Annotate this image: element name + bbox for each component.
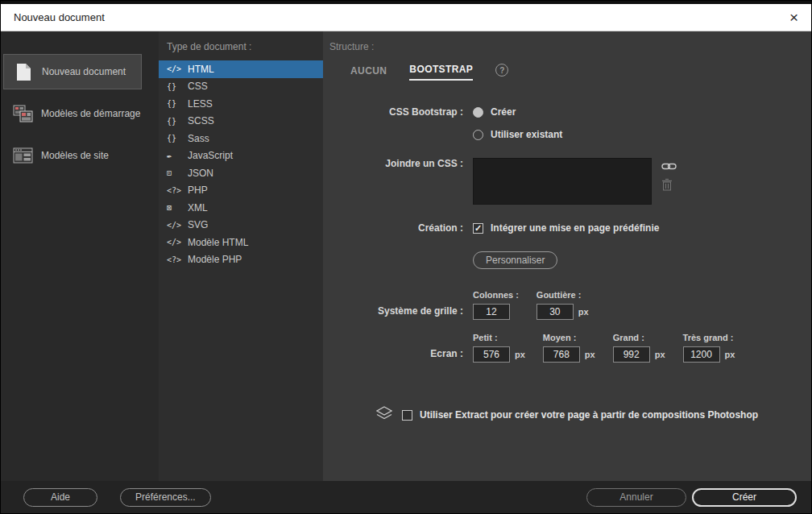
screen-xlarge-group: Très grand : px — [683, 333, 735, 363]
link-icon[interactable] — [661, 161, 677, 172]
tab-aucun[interactable]: AUCUN — [350, 65, 387, 81]
screen-small-group: Petit : px — [473, 333, 525, 363]
annuler-button[interactable]: Annuler — [586, 488, 686, 507]
tab-bootstrap[interactable]: BOOTSTRAP — [409, 64, 473, 81]
screen-label: Ecran : — [329, 333, 473, 363]
screen-large-input[interactable] — [613, 346, 650, 363]
extract-label: Utiliser Extract pour créer votre page à… — [420, 409, 758, 421]
predefined-layout-option[interactable]: ✓ Intégrer une mise en page prédéfinie — [473, 222, 659, 234]
css-bootstrap-label: CSS Bootstrap : — [329, 106, 473, 140]
new-document-icon — [13, 63, 34, 81]
screen-medium-input[interactable] — [543, 346, 580, 363]
extract-icon — [376, 406, 392, 424]
screen-large-group: Grand : px — [613, 333, 665, 363]
radio-creer[interactable]: Créer — [473, 106, 562, 118]
creation-row: Création : ✓ Intégrer une mise en page p… — [329, 222, 811, 234]
radio-utiliser-existant[interactable]: Utiliser existant — [473, 129, 562, 140]
screen-medium-group: Moyen : px — [543, 333, 595, 363]
php-template-icon: <?> — [167, 255, 188, 264]
screen-large-unit: px — [655, 350, 665, 359]
extract-checkbox[interactable] — [402, 410, 412, 421]
attach-css-input[interactable] — [473, 158, 652, 205]
doctype-item-json[interactable]: ⊡ JSON — [159, 164, 323, 182]
screen-small-input[interactable] — [473, 346, 510, 363]
columns-label: Colonnes : — [473, 290, 519, 300]
help-icon[interactable]: ? — [495, 64, 508, 77]
new-document-dialog: Nouveau document × Nouveau document — [0, 0, 812, 514]
doctype-item-modele-php[interactable]: <?> Modèle PHP — [159, 251, 323, 269]
dialog-title: Nouveau document — [14, 11, 105, 23]
doctype-item-scss[interactable]: {} SCSS — [159, 113, 323, 131]
sidebar-item-modeles-site[interactable]: Modèles de site — [3, 138, 142, 173]
customize-spacer — [329, 251, 473, 269]
doctype-item-javascript[interactable]: ✒ JavaScript — [159, 147, 323, 165]
category-sidebar: Nouveau document Modèles de démarr — [1, 31, 159, 481]
attach-css-row: Joindre un CSS : — [329, 158, 811, 205]
screen-fields: Petit : px Moyen : px — [473, 333, 752, 363]
gutter-field-group: Gouttière : px — [536, 290, 589, 320]
radio-creer-circle[interactable] — [473, 107, 483, 118]
doctype-item-css[interactable]: {} CSS — [159, 78, 323, 96]
sidebar-item-nouveau-document[interactable]: Nouveau document — [3, 54, 142, 89]
screen-small-unit: px — [515, 350, 525, 359]
aide-button[interactable]: Aide — [23, 488, 97, 507]
php-icon: <?> — [167, 186, 188, 195]
screen-large-label: Grand : — [613, 333, 665, 342]
doctype-label: LESS — [188, 98, 213, 110]
gutter-input[interactable] — [536, 304, 574, 320]
gutter-input-row: px — [536, 304, 589, 320]
grid-system-label: Système de grille : — [329, 290, 473, 320]
doctype-label: PHP — [188, 184, 208, 196]
gutter-label: Gouttière : — [536, 290, 589, 300]
doctype-item-less[interactable]: {} LESS — [159, 95, 323, 113]
creation-label: Création : — [329, 222, 473, 234]
bootstrap-form: CSS Bootstrap : Créer Utiliser existant — [329, 106, 811, 424]
attach-css-icons — [661, 158, 677, 191]
columns-input[interactable] — [473, 304, 510, 320]
sidebar-item-label: Nouveau document — [42, 66, 126, 77]
predefined-layout-checkbox[interactable]: ✓ — [473, 223, 483, 234]
close-icon[interactable]: × — [789, 10, 798, 25]
attach-css-label: Joindre un CSS : — [329, 158, 473, 205]
site-templates-icon — [12, 147, 33, 164]
doctype-item-html[interactable]: </> HTML — [159, 60, 323, 78]
attach-css-controls — [473, 158, 677, 205]
trash-icon[interactable] — [661, 178, 677, 191]
starter-templates-icon — [12, 105, 33, 122]
doctype-label: SVG — [188, 219, 208, 230]
doctype-item-xml[interactable]: ⊠ XML — [159, 199, 323, 217]
doctype-label: Modèle HTML — [188, 237, 248, 248]
screen-small-label: Petit : — [473, 333, 525, 342]
customize-row: Personnaliser — [329, 251, 811, 269]
screen-xlarge-input[interactable] — [683, 346, 720, 363]
screen-small-input-row: px — [473, 346, 525, 363]
xml-icon: ⊠ — [167, 203, 188, 212]
predefined-layout-label: Intégrer une mise en page prédéfinie — [491, 222, 659, 234]
extract-option[interactable]: Utiliser Extract pour créer votre page à… — [402, 409, 758, 421]
dialog-footer: Aide Préférences... Annuler Créer — [1, 481, 811, 513]
doctype-item-svg[interactable]: </> SVG — [159, 217, 323, 234]
doctype-label: SCSS — [188, 115, 214, 126]
doctype-label: Modèle PHP — [188, 254, 242, 265]
creer-button[interactable]: Créer — [692, 488, 797, 507]
structure-tabs: AUCUN BOOTSTRAP ? — [350, 64, 811, 81]
sidebar-item-modeles-demarrage[interactable]: Modèles de démarrage — [3, 96, 142, 131]
doctype-label: JSON — [188, 168, 213, 179]
less-icon: {} — [167, 99, 188, 108]
personnaliser-button[interactable]: Personnaliser — [473, 251, 557, 269]
doctype-label: XML — [188, 202, 208, 213]
css-bootstrap-options: Créer Utiliser existant — [473, 106, 562, 140]
doctype-item-php[interactable]: <?> PHP — [159, 182, 323, 200]
doctype-item-modele-html[interactable]: </> Modèle HTML — [159, 234, 323, 251]
doctype-label: HTML — [188, 64, 214, 75]
sidebar-item-label: Modèles de site — [41, 150, 109, 161]
preferences-button[interactable]: Préférences... — [120, 488, 211, 507]
radio-utiliser-existant-label: Utiliser existant — [491, 129, 562, 140]
radio-utiliser-existant-circle[interactable] — [473, 130, 483, 140]
columns-field-group: Colonnes : — [473, 290, 519, 320]
structure-header: Structure : — [329, 41, 811, 52]
doctype-item-sass[interactable]: {} Sass — [159, 130, 323, 147]
html-template-icon: </> — [167, 238, 188, 247]
screen-medium-input-row: px — [543, 346, 595, 363]
grid-system-row: Système de grille : Colonnes : Gouttière… — [329, 290, 811, 320]
